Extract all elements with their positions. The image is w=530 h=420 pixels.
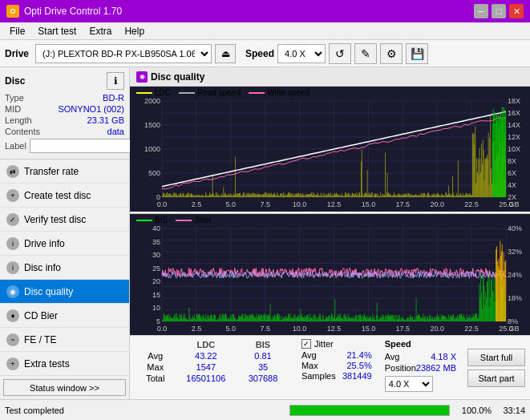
disc-info-button[interactable]: ℹ [107,72,124,90]
cd-bier-icon: ♦ [6,309,19,322]
maximize-button[interactable]: □ [492,4,506,18]
start-full-button[interactable]: Start full [467,349,525,366]
legend-write-speed-label: Write speed [267,88,310,97]
label-key: Label [5,141,26,151]
nav-drive-info[interactable]: i Drive info [0,232,129,256]
speed-section: Speed Avg 4.18 X Position 23862 MB 4.0 X [378,336,463,399]
contents-key: Contents [5,127,40,136]
stats-speed-dropdown[interactable]: 4.0 X [385,376,433,392]
app-icon: O [6,5,19,18]
nav-cd-bier-label: CD Bier [24,310,58,321]
status-window-label: Status window >> [30,383,99,393]
bottom-legend: BIS Jitter [136,216,212,224]
top-legend: LDC Read speed Write speed [136,88,310,97]
nav-disc-info[interactable]: i Disc info [0,256,129,280]
title-bar-left: O Opti Drive Control 1.70 [6,5,122,18]
extra-tests-icon: + [6,357,19,370]
length-key: Length [5,115,32,125]
max-jitter-key: Max [301,361,318,370]
status-window-button[interactable]: Status window >> [3,379,126,396]
content-area: ◉ Disc quality LDC Read speed [130,67,530,399]
charts-container: LDC Read speed Write speed [130,87,530,335]
refresh-button[interactable]: ↺ [329,43,351,64]
bottom-chart: BIS Jitter [130,214,530,335]
position-key: Position [385,363,416,373]
nav-cd-bier[interactable]: ♦ CD Bier [0,304,129,328]
nav-fe-te[interactable]: ~ FE / TE [0,328,129,352]
disc-panel: Disc ℹ Type BD-R MID SONYNO1 (002) Lengt… [0,67,129,160]
title-bar: O Opti Drive Control 1.70 ─ □ ✕ [0,0,530,22]
nav-disc-quality[interactable]: ◉ Disc quality [0,280,129,304]
stats-table: LDC BIS Avg 43.22 0.81 Max 1547 35 Tot [130,336,295,399]
settings-button[interactable]: ⚙ [380,43,403,64]
type-key: Type [5,93,24,103]
speed-avg-val: 4.18 X [431,352,456,361]
legend-ldc: LDC [136,88,171,97]
avg-ldc: 43.22 [175,350,238,361]
menu-file[interactable]: File [3,24,31,38]
minimize-button[interactable]: ─ [474,4,488,18]
verify-test-disc-icon: ✓ [6,213,19,226]
progress-bar-fill [290,406,449,415]
drive-select[interactable]: (J:) PLEXTOR BD-R PX-LB950SA 1.06 [35,44,212,63]
legend-jitter-label: Jitter [194,216,212,224]
speed-select[interactable]: 4.0 X [277,44,326,63]
nav-extra-tests[interactable]: + Extra tests [0,352,129,376]
start-part-button[interactable]: Start part [467,370,525,387]
total-bis: 307688 [237,373,289,384]
title-bar-controls: ─ □ ✕ [474,4,524,18]
bis-header: BIS [237,339,289,350]
top-chart: LDC Read speed Write speed [130,87,530,214]
menu-bar: File Start test Extra Help [0,22,530,40]
drive-label: Drive [5,48,29,59]
progress-pct: 100.0% [456,406,496,415]
nav-transfer-rate[interactable]: ⇄ Transfer rate [0,160,129,184]
menu-help[interactable]: Help [118,24,151,38]
drive-info-icon: i [6,237,19,250]
edit-button[interactable]: ✎ [354,43,377,64]
close-button[interactable]: ✕ [509,4,524,18]
app-title: Opti Drive Control 1.70 [24,6,122,17]
type-val: BD-R [103,93,124,103]
menu-start-test[interactable]: Start test [31,24,83,38]
transfer-rate-icon: ⇄ [6,165,19,178]
nav-verify-test-disc-label: Verify test disc [24,214,86,225]
avg-label: Avg [136,350,175,361]
max-ldc: 1547 [175,361,238,373]
write-speed-color [249,92,265,94]
legend-jitter: Jitter [176,216,212,224]
jitter-section: ✓ Jitter Avg 21.4% Max 25.5% Samples 381… [295,336,378,399]
speed-avg-key: Avg [385,352,400,361]
save-button[interactable]: 💾 [406,43,428,64]
samples-val: 381449 [336,371,372,381]
ldc-color [136,92,152,94]
legend-bis: BIS [136,216,168,224]
speed-label: Speed [245,48,274,59]
legend-read-speed-label: Read speed [197,88,241,97]
eject-button[interactable]: ⏏ [215,44,236,63]
disc-info-icon: i [6,261,19,274]
sidebar: Disc ℹ Type BD-R MID SONYNO1 (002) Lengt… [0,67,130,399]
max-bis: 35 [237,361,289,373]
nav-verify-test-disc[interactable]: ✓ Verify test disc [0,208,129,232]
nav-list: ⇄ Transfer rate + Create test disc ✓ Ver… [0,160,129,376]
avg-jitter-val: 21.4% [336,350,372,360]
samples-key: Samples [301,371,336,381]
fe-te-icon: ~ [6,333,19,346]
status-bar: Test completed 100.0% 33:14 [0,399,530,420]
legend-read-speed: Read speed [179,88,241,97]
nav-extra-tests-label: Extra tests [24,358,70,370]
total-label: Total [136,373,175,384]
progress-bar-container [289,405,450,416]
label-input[interactable] [30,139,136,153]
jitter-checkbox[interactable]: ✓ [301,339,311,349]
jitter-color [176,220,192,221]
create-test-disc-icon: + [6,189,19,202]
disc-quality-icon: ◉ [6,285,19,298]
menu-extra[interactable]: Extra [83,24,118,38]
bis-color [136,220,152,221]
toolbar: Drive (J:) PLEXTOR BD-R PX-LB950SA 1.06 … [0,40,530,67]
time-display: 33:14 [503,406,525,415]
nav-create-test-disc[interactable]: + Create test disc [0,184,129,208]
max-jitter-val: 25.5% [336,361,372,370]
